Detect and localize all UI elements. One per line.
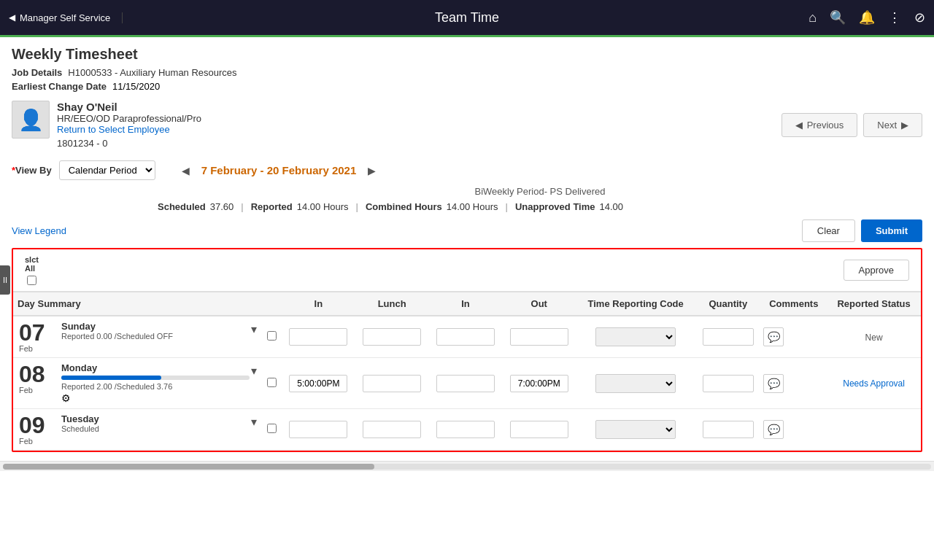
approve-button[interactable]: Approve: [844, 260, 909, 281]
earliest-change-label: Earliest Change Date: [12, 81, 107, 92]
next-button[interactable]: Next ▶: [863, 113, 922, 137]
circle-slash-icon[interactable]: ⊘: [914, 9, 925, 26]
in2-input[interactable]: [436, 421, 495, 438]
previous-button[interactable]: ◀ Previous: [781, 113, 858, 137]
col-header-checkbox: [261, 292, 282, 316]
app-title: Team Time: [435, 10, 499, 26]
out-input[interactable]: [510, 328, 568, 346]
unapproved-label: Unapproved Time: [515, 201, 595, 212]
trc-cell: [576, 316, 695, 358]
period-range: 7 February - 20 February 2021: [201, 164, 357, 176]
period-nav: ◀ 7 February - 20 February 2021 ▶: [177, 163, 381, 178]
comments-cell: 💬: [760, 316, 827, 358]
in-input[interactable]: [289, 328, 347, 346]
comment-button[interactable]: 💬: [763, 374, 784, 393]
lunch-cell: [355, 316, 429, 358]
table-row: 07 Feb Sunday Reported 0.00 /Scheduled O…: [13, 316, 921, 358]
bell-icon[interactable]: 🔔: [859, 9, 875, 26]
search-icon[interactable]: 🔍: [830, 9, 846, 26]
col-header-lunch: Lunch: [355, 292, 429, 316]
col-header-reported-status: Reported Status: [827, 292, 921, 316]
view-by-label: View By: [12, 165, 52, 176]
top-nav: ◀ Manager Self Service Team Time ⌂ 🔍 🔔 ⋮…: [0, 0, 934, 35]
previous-label: Previous: [807, 120, 844, 131]
day-name: Tuesday: [61, 413, 250, 424]
divider-3: |: [506, 201, 508, 212]
lunch-input[interactable]: [363, 328, 421, 346]
submit-button[interactable]: Submit: [861, 219, 922, 242]
period-prev-arrow[interactable]: ◀: [177, 163, 194, 178]
in-input[interactable]: [289, 421, 347, 438]
timesheet-scroll-area[interactable]: Day Summary In Lunch In Out Time Reporti…: [13, 292, 921, 451]
col-header-out: Out: [502, 292, 576, 316]
trc-select[interactable]: [595, 327, 676, 346]
quantity-input[interactable]: [703, 375, 754, 392]
lunch-cell: [355, 358, 429, 409]
day-info: Reported 2.00 /Scheduled 3.76: [61, 382, 250, 391]
out-input[interactable]: [510, 375, 568, 392]
row-select-checkbox[interactable]: [267, 331, 277, 341]
reported-item: Reported 14.00 Hours: [251, 201, 349, 212]
combined-label: Combined Hours: [366, 201, 442, 212]
employee-id: 1801234 - 0: [57, 138, 781, 149]
status-text: Needs Approval: [843, 378, 905, 389]
lunch-input[interactable]: [363, 421, 421, 438]
view-by-select[interactable]: Calendar Period: [59, 160, 155, 180]
trc-cell: [576, 358, 695, 409]
nav-back-button[interactable]: ◀ Manager Self Service: [9, 12, 123, 23]
gear-icon[interactable]: ⚙: [61, 392, 71, 404]
side-panel-toggle[interactable]: II: [0, 265, 10, 295]
row-select-checkbox[interactable]: [267, 424, 277, 433]
lunch-input[interactable]: [363, 375, 421, 392]
quantity-cell: [695, 316, 760, 358]
action-buttons: Clear Submit: [802, 219, 922, 242]
trc-select[interactable]: [595, 420, 676, 439]
expand-day-button[interactable]: ▾: [250, 362, 258, 379]
day-info: Reported 0.00 /Scheduled OFF: [61, 332, 250, 341]
comment-button[interactable]: 💬: [763, 420, 784, 439]
clear-button[interactable]: Clear: [802, 219, 855, 242]
in2-input[interactable]: [436, 328, 495, 346]
in2-cell: [429, 409, 503, 451]
view-legend-link[interactable]: View Legend: [12, 225, 66, 236]
expand-day-button[interactable]: ▾: [250, 321, 258, 338]
person-icon: 👤: [18, 108, 44, 132]
quantity-input[interactable]: [703, 421, 754, 438]
period-next-arrow[interactable]: ▶: [363, 163, 380, 178]
period-section: View By Calendar Period ◀ 7 February - 2…: [12, 160, 922, 180]
out-cell: [502, 409, 576, 451]
employee-section: 👤 Shay O'Neil HR/EEO/OD Paraprofessional…: [12, 101, 922, 149]
row-select-checkbox[interactable]: [267, 378, 277, 387]
status-text: New: [865, 332, 883, 343]
in-input[interactable]: [289, 375, 347, 392]
combined-value: 14.00 Hours: [447, 201, 498, 212]
in-cell: [282, 358, 355, 409]
home-icon[interactable]: ⌂: [808, 10, 817, 26]
select-all-checkbox[interactable]: [27, 276, 36, 285]
quantity-cell: [695, 409, 760, 451]
expand-day-button[interactable]: ▾: [250, 413, 258, 430]
return-to-select-employee-link[interactable]: Return to Select Employee: [57, 124, 170, 135]
quantity-input[interactable]: [703, 328, 754, 346]
day-info: Scheduled: [61, 424, 250, 433]
in-cell: [282, 409, 355, 451]
divider-2: |: [356, 201, 358, 212]
out-cell: [502, 316, 576, 358]
out-cell: [502, 358, 576, 409]
comment-button[interactable]: 💬: [763, 327, 784, 346]
more-icon[interactable]: ⋮: [888, 9, 901, 26]
scheduled-item: Scheduled 37.60: [158, 201, 234, 212]
timesheet-container: slctAll Approve Day Summary In Lunch In …: [12, 248, 922, 452]
trc-select[interactable]: [595, 374, 676, 393]
bottom-scrollbar[interactable]: [0, 461, 934, 471]
day-number: 07: [19, 321, 55, 344]
day-number: 09: [19, 413, 55, 437]
out-input[interactable]: [510, 421, 568, 438]
row-checkbox-cell: [261, 409, 282, 451]
employee-nav-buttons: ◀ Previous Next ▶: [781, 113, 922, 137]
page-title: Weekly Timesheet: [12, 46, 922, 63]
nav-back-label: Manager Self Service: [20, 12, 110, 23]
main-content: Weekly Timesheet Job Details H1000533 - …: [0, 37, 934, 461]
scrollbar-track: [3, 464, 931, 470]
in2-input[interactable]: [436, 375, 495, 392]
